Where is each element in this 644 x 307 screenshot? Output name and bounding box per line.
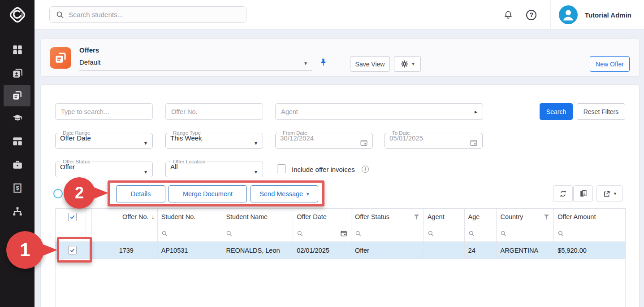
quick-search-field[interactable] (55, 103, 153, 120)
gear-icon (400, 60, 409, 68)
col-age[interactable]: Age (465, 209, 497, 225)
date-range-value: Offer Date (60, 134, 148, 142)
cell-offer-no[interactable]: 1739 (92, 242, 158, 259)
column-chooser-button[interactable] (573, 185, 593, 202)
notifications-button[interactable] (499, 6, 517, 24)
col-offer-status-label: Offer Status (355, 213, 389, 220)
to-date-field[interactable]: To Date 05/01/2025 (385, 130, 483, 149)
page-title: Offers (79, 46, 99, 54)
app-logo[interactable] (0, 0, 35, 30)
calendar-icon[interactable] (340, 230, 347, 237)
date-range-select[interactable]: Date Range Offer Date ▾ (55, 130, 153, 149)
col-offer-date[interactable]: Offer Date (293, 209, 351, 225)
select-all-checkbox[interactable] (68, 213, 77, 221)
search-button[interactable]: Search (540, 103, 573, 120)
offers-module-icon (50, 47, 71, 69)
sidebar-item-dashboard[interactable] (0, 38, 35, 61)
col-offer-status[interactable]: Offer Status (351, 209, 424, 225)
sidebar-item-students[interactable] (0, 61, 35, 85)
offer-location-select[interactable]: Offer Location All ▾ (165, 159, 263, 177)
sidebar-item-services[interactable] (0, 153, 35, 176)
filter-cell-agent[interactable] (424, 225, 465, 242)
filter-cell-student-no[interactable] (158, 225, 223, 242)
global-search[interactable] (49, 6, 246, 23)
offer-location-value: All (170, 163, 258, 171)
quick-search-input[interactable] (61, 108, 147, 115)
sort-desc-icon[interactable]: ↓ (151, 213, 155, 220)
filter-cell-offer-no[interactable] (92, 225, 158, 242)
sidebar-item-courses[interactable] (0, 106, 35, 130)
export-button[interactable]: ▾ (596, 185, 622, 202)
avatar[interactable] (559, 5, 578, 24)
help-button[interactable]: ? (523, 6, 540, 24)
view-selector[interactable]: Default ▾ (79, 58, 312, 71)
cell-student-name[interactable]: REONALDS, Leon (222, 242, 293, 259)
annotation-step1-number: 1 (6, 231, 44, 269)
students-icon (12, 67, 23, 79)
col-agent[interactable]: Agent (424, 209, 465, 225)
agent-field[interactable]: ▸ (275, 103, 483, 120)
sidebar-item-offers[interactable] (4, 85, 30, 106)
chevron-down-icon: ▾ (304, 60, 307, 66)
cell-student-no[interactable]: AP10531 (158, 242, 223, 259)
col-offer-no[interactable]: Offer No. ↓ (92, 209, 158, 225)
search-students-input[interactable] (69, 11, 230, 18)
annotation-box-step1 (57, 237, 92, 263)
agent-input[interactable] (281, 108, 475, 115)
reset-filters-button[interactable]: Reset Filters (577, 103, 625, 120)
filter-funnel-icon[interactable] (543, 214, 550, 220)
sidebar-item-classes[interactable] (0, 130, 35, 153)
include-invoices-checkbox[interactable] (277, 164, 286, 173)
offer-no-input[interactable] (171, 108, 257, 115)
annotation-box-step2 (108, 180, 324, 206)
topbar: ? Tutorial Admin (35, 0, 644, 30)
search-icon (500, 230, 507, 237)
filter-cell-offer-date[interactable] (293, 225, 351, 242)
calendar-icon[interactable] (470, 139, 478, 149)
chevron-down-icon: ▾ (144, 169, 147, 175)
info-icon[interactable]: i (362, 166, 369, 173)
annotation-balloon-step2: 2 (64, 177, 95, 209)
chevron-down-icon: ▾ (255, 169, 257, 175)
filter-cell-offer-status[interactable] (351, 225, 424, 242)
search-icon (468, 230, 475, 237)
annotation-pointer-icon (91, 186, 108, 200)
cell-agent (424, 242, 465, 259)
offer-status-value: Offer (60, 163, 148, 171)
col-country-label: Country (500, 213, 523, 220)
pin-view-button[interactable] (319, 57, 328, 69)
col-country[interactable]: Country (497, 209, 554, 225)
user-name: Tutorial Admin (585, 11, 631, 19)
col-student-no[interactable]: Student No. (158, 209, 223, 225)
table-filter-row (56, 225, 625, 242)
col-offer-amount[interactable]: Offer Amount (554, 209, 625, 225)
new-offer-button[interactable]: New Offer (590, 56, 630, 72)
offer-no-field[interactable] (165, 103, 263, 120)
from-date-field[interactable]: From Date 30/12/2024 (275, 130, 373, 149)
sidebar-item-invoices[interactable]: $ (0, 176, 35, 200)
calendar-icon[interactable] (360, 139, 368, 149)
filter-cell-country[interactable] (497, 225, 554, 242)
select-all-cell[interactable] (56, 209, 86, 225)
offer-status-select[interactable]: Offer Status Offer ▾ (55, 159, 153, 177)
invoice-dollar-icon: $ (12, 182, 23, 194)
col-student-name[interactable]: Student Name (222, 209, 293, 225)
filter-funnel-icon[interactable] (413, 214, 420, 220)
annotation-balloon-step1: 1 (6, 231, 44, 269)
search-icon (428, 230, 434, 237)
range-type-select[interactable]: Range Type This Week ▾ (165, 130, 263, 149)
filter-cell-offer-amount[interactable] (554, 225, 625, 242)
sidebar-item-agents-network[interactable] (0, 200, 35, 223)
save-view-button[interactable]: Save View (350, 56, 390, 72)
deselect-all-icon[interactable] (53, 189, 63, 198)
view-settings-button[interactable]: ▾ (394, 56, 421, 72)
filter-cell-age[interactable] (465, 225, 497, 242)
table-row[interactable]: 1739 AP10531 REONALDS, Leon 02/01/2025 O… (56, 242, 625, 259)
to-date-value: 05/01/2025 (389, 134, 478, 142)
search-icon (226, 230, 233, 237)
filter-cell-student-name[interactable] (222, 225, 293, 242)
refresh-button[interactable] (553, 185, 573, 202)
search-icon (355, 230, 362, 237)
offers-header-panel: Offers Default ▾ Save View ▾ New (40, 38, 640, 77)
export-icon (603, 190, 611, 198)
